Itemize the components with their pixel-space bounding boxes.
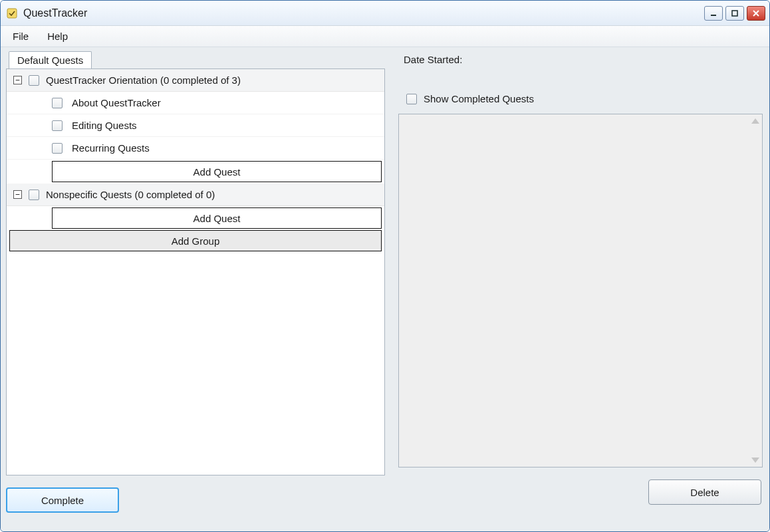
app-icon: [6, 7, 18, 19]
add-quest-button[interactable]: Add Quest: [52, 161, 382, 182]
item-label: Recurring Quests: [72, 142, 150, 154]
tree-group-row[interactable]: − Nonspecific Quests (0 completed of 0): [7, 184, 384, 206]
svg-rect-2: [732, 11, 737, 16]
add-group-button[interactable]: Add Group: [9, 230, 382, 251]
minimize-button[interactable]: [704, 6, 723, 21]
group-label: QuestTracker Orientation (0 completed of…: [46, 74, 241, 86]
item-label: Editing Quests: [72, 120, 137, 131]
show-completed-checkbox[interactable]: [406, 94, 417, 104]
quest-tree: − QuestTracker Orientation (0 completed …: [6, 68, 385, 475]
tree-item-row[interactable]: Recurring Quests: [7, 137, 384, 160]
item-checkbox[interactable]: [52, 98, 63, 108]
date-started-label: Date Started:: [398, 51, 764, 65]
group-checkbox[interactable]: [29, 75, 39, 86]
tree-group-row[interactable]: − QuestTracker Orientation (0 completed …: [7, 69, 384, 92]
add-quest-button[interactable]: Add Quest: [52, 207, 382, 229]
expander-icon[interactable]: −: [13, 190, 22, 199]
detail-panel: [398, 114, 763, 467]
delete-button[interactable]: Delete: [648, 479, 761, 505]
window-controls: [704, 6, 765, 21]
scroll-down-icon[interactable]: [751, 458, 759, 463]
item-checkbox[interactable]: [52, 120, 63, 131]
item-checkbox[interactable]: [52, 143, 63, 154]
window-title: QuestTracker: [23, 7, 87, 19]
show-completed-label: Show Completed Quests: [424, 93, 534, 104]
tree-item-row[interactable]: Editing Quests: [7, 114, 384, 137]
item-label: About QuestTracker: [72, 97, 161, 108]
titlebar: QuestTracker: [1, 1, 769, 26]
menubar: File Help: [1, 26, 769, 47]
left-pane: Default Quests − QuestTracker Orientatio…: [6, 51, 385, 525]
tab-default-quests[interactable]: Default Quests: [9, 51, 92, 68]
complete-button[interactable]: Complete: [6, 487, 119, 513]
tree-item-row[interactable]: About QuestTracker: [7, 92, 384, 114]
expander-icon[interactable]: −: [13, 76, 22, 84]
menu-help[interactable]: Help: [47, 31, 68, 42]
svg-rect-0: [7, 9, 17, 18]
show-completed-row: Show Completed Quests: [406, 93, 764, 104]
group-checkbox[interactable]: [29, 190, 39, 200]
app-window: QuestTracker File Help Default: [0, 0, 770, 532]
scroll-up-icon[interactable]: [751, 118, 759, 124]
client-area: Default Quests − QuestTracker Orientatio…: [1, 47, 769, 531]
menu-file[interactable]: File: [13, 31, 29, 42]
maximize-button[interactable]: [725, 6, 744, 21]
right-footer: Delete: [398, 479, 761, 505]
close-button[interactable]: [747, 6, 765, 21]
right-pane: Date Started: Show Completed Quests Dele…: [398, 51, 764, 525]
group-label: Nonspecific Quests (0 completed of 0): [46, 189, 215, 200]
tab-strip: Default Quests: [9, 51, 385, 68]
left-footer: Complete: [6, 487, 385, 513]
